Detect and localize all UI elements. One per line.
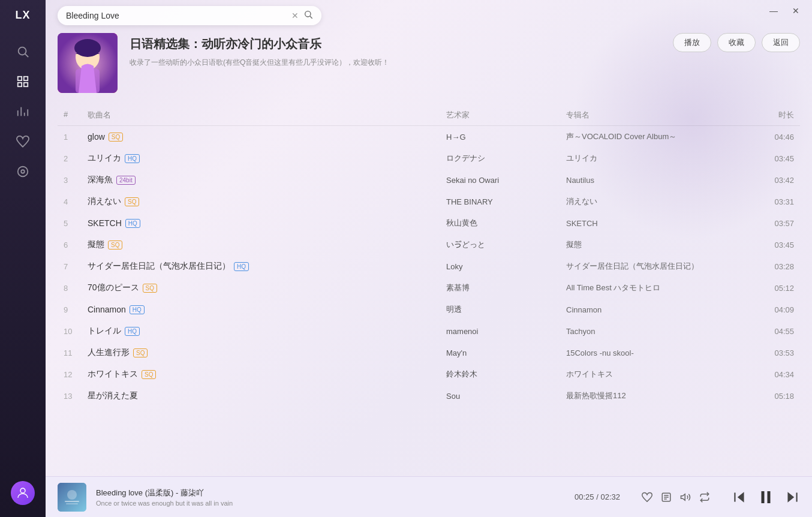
table-row[interactable]: 7 サイダー居住日記（气泡水居住日记） HQ Loky サイダー居住日記（气泡水… — [58, 256, 800, 277]
quality-badge: HQ — [130, 305, 145, 314]
song-name-cell: Cinnamon HQ — [88, 305, 446, 314]
search-input[interactable] — [66, 11, 291, 20]
back-button[interactable]: 返回 — [762, 33, 800, 52]
svg-rect-21 — [65, 501, 79, 502]
collect-button[interactable]: 收藏 — [717, 33, 756, 52]
main-content: — ✕ ✕ — [46, 0, 812, 517]
play-playlist-button[interactable]: 播放 — [673, 33, 711, 52]
player-icon-group — [642, 492, 710, 503]
song-number: 5 — [64, 219, 88, 228]
table-row[interactable]: 8 70億のピース SQ 素基博 All Time Best ハタモトヒロ 05… — [58, 277, 800, 299]
quality-badge: SQ — [108, 241, 122, 250]
svg-line-1 — [25, 54, 28, 57]
song-name-cell: トレイル HQ — [88, 326, 446, 336]
prev-button[interactable] — [732, 489, 747, 505]
quality-badge: HQ — [234, 262, 249, 271]
time-current: 00:25 — [575, 492, 594, 501]
song-duration: 04:46 — [746, 133, 794, 142]
table-row[interactable]: 4 消えない SQ THE BINARY 消えない 03:31 — [58, 191, 800, 212]
svg-rect-31 — [768, 491, 771, 503]
song-artist: ロクデナシ — [446, 153, 566, 164]
sidebar-item-charts[interactable] — [11, 100, 35, 124]
col-title: 歌曲名 — [88, 110, 446, 121]
song-artist: mamenoi — [446, 327, 566, 336]
player-song-title: Bleeding love (温柔版) - 藤柒吖 — [96, 488, 233, 498]
like-button[interactable] — [642, 492, 652, 503]
sidebar-item-library[interactable] — [11, 70, 35, 94]
search-icon[interactable] — [303, 10, 313, 22]
svg-rect-5 — [24, 83, 28, 86]
minimize-button[interactable]: — — [766, 5, 781, 17]
song-title: ホワイトキス — [88, 369, 138, 380]
play-pause-button[interactable] — [757, 488, 775, 506]
song-number: 3 — [64, 176, 88, 185]
player-thumbnail — [58, 483, 86, 512]
song-duration: 03:45 — [746, 241, 794, 250]
table-row[interactable]: 2 ユリイカ HQ ロクデナシ ユリイカ 03:45 — [58, 148, 800, 169]
table-row[interactable]: 1 glow SQ H→G 声～VOCALOID Cover Album～ 04… — [58, 126, 800, 148]
table-row[interactable]: 13 星が消えた夏 Sou 最新热歌慢摇112 05:18 — [58, 385, 800, 407]
song-artist: いゔどっと — [446, 239, 566, 250]
lyrics-button[interactable] — [661, 492, 672, 503]
svg-point-17 — [74, 39, 101, 57]
song-name-cell: glow SQ — [88, 132, 446, 142]
svg-marker-27 — [681, 494, 685, 500]
loop-button[interactable] — [699, 492, 710, 503]
song-artist: Sou — [446, 392, 566, 401]
next-button[interactable] — [784, 489, 800, 505]
song-number: 8 — [64, 284, 88, 293]
svg-point-10 — [18, 167, 28, 177]
table-row[interactable]: 5 SKETCH HQ 秋山黄色 SKETCH 03:57 — [58, 212, 800, 234]
time-total: 02:32 — [600, 492, 620, 501]
quality-badge: SQ — [133, 348, 148, 357]
song-album: Tachyon — [566, 327, 746, 336]
song-album: 15Colors -nu skool- — [566, 348, 746, 357]
song-album: ホワイトキス — [566, 369, 746, 380]
volume-button[interactable] — [680, 492, 691, 503]
player-bar: Bleeding love (温柔版) - 藤柒吖 Once or twice … — [46, 476, 812, 517]
song-title: サイダー居住日記（气泡水居住日记） — [88, 261, 230, 272]
song-title: 70億のピース — [88, 282, 139, 293]
song-artist: May'n — [446, 348, 566, 357]
playlist-description: 收录了一些动听的小众日语歌(有些Q音挺火但这里有些几乎没评论），欢迎收听！ — [130, 57, 800, 68]
close-button[interactable]: ✕ — [789, 5, 803, 17]
table-row[interactable]: 6 擬態 SQ いゔどっと 擬態 03:45 — [58, 234, 800, 256]
song-title: トレイル — [88, 326, 121, 336]
song-artist: Sekai no Owari — [446, 176, 566, 185]
song-album: Cinnamon — [566, 305, 746, 314]
song-number: 10 — [64, 327, 88, 336]
svg-rect-2 — [18, 77, 22, 80]
user-avatar[interactable] — [11, 481, 35, 505]
song-name-cell: サイダー居住日記（气泡水居住日记） HQ — [88, 261, 446, 272]
song-duration: 05:12 — [746, 284, 794, 293]
table-row[interactable]: 12 ホワイトキス SQ 鈴木鈴木 ホワイトキス 04:34 — [58, 363, 800, 385]
sidebar-item-discover[interactable] — [11, 160, 35, 184]
song-title: glow — [88, 132, 105, 142]
table-row[interactable]: 3 深海魚 24bit Sekai no Owari Nautilus 03:4… — [58, 169, 800, 191]
playlist-actions: 播放 收藏 返回 — [673, 33, 800, 52]
svg-marker-32 — [787, 492, 794, 502]
song-name-cell: ユリイカ HQ — [88, 153, 446, 164]
table-row[interactable]: 9 Cinnamon HQ 明透 Cinnamon 04:09 — [58, 299, 800, 320]
quality-badge: SQ — [142, 370, 156, 379]
quality-badge: HQ — [125, 219, 140, 228]
song-duration: 04:34 — [746, 370, 794, 379]
song-album: SKETCH — [566, 219, 746, 228]
sidebar-item-search[interactable] — [11, 40, 35, 64]
table-row[interactable]: 11 人生進行形 SQ May'n 15Colors -nu skool- 03… — [58, 342, 800, 363]
quality-badge: SQ — [109, 133, 123, 142]
song-title: 人生進行形 — [88, 347, 130, 358]
sidebar: LX — [0, 0, 46, 517]
svg-point-12 — [20, 488, 25, 493]
sidebar-item-favorites[interactable] — [11, 130, 35, 154]
song-title: 深海魚 — [88, 175, 113, 185]
player-song-subtitle: Once or twice was enough but it was all … — [96, 500, 233, 507]
song-duration: 03:45 — [746, 154, 794, 163]
quality-badge: HQ — [125, 154, 140, 163]
search-bar-wrap: ✕ — [58, 6, 321, 25]
table-row[interactable]: 10 トレイル HQ mamenoi Tachyon 04:55 — [58, 320, 800, 342]
song-duration: 03:53 — [746, 348, 794, 357]
clear-search-icon[interactable]: ✕ — [291, 11, 299, 20]
player-time: 00:25 / 02:32 — [575, 492, 620, 501]
playlist-cover — [58, 33, 118, 93]
